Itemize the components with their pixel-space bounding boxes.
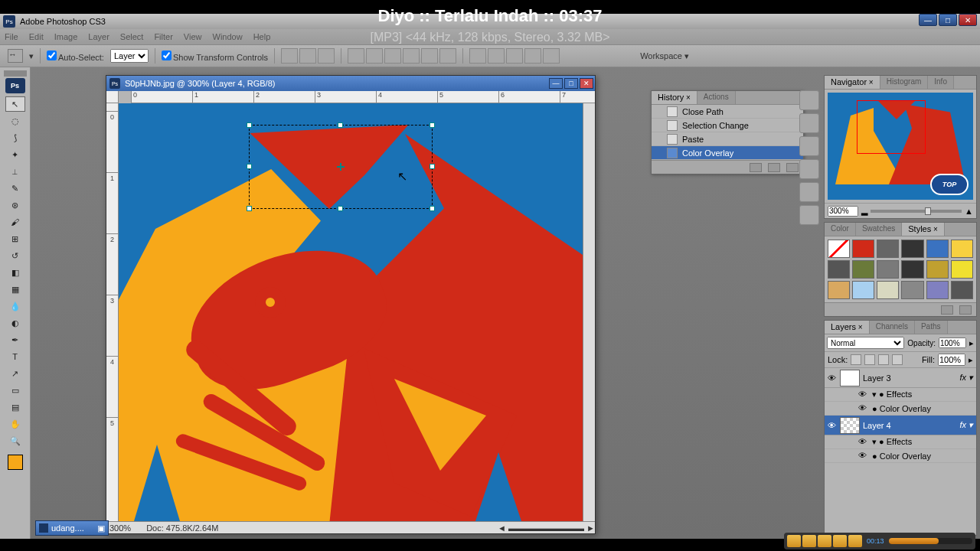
menu-layer[interactable]: Layer	[88, 32, 109, 41]
tab-navigator[interactable]: Navigator ×	[825, 76, 880, 89]
menu-select[interactable]: Select	[120, 32, 144, 41]
tab-styles[interactable]: Styles ×	[902, 223, 945, 236]
zoom-slider[interactable]	[871, 210, 962, 213]
dodge-tool[interactable]: ◐	[5, 315, 25, 331]
canvas[interactable]: ↖	[119, 103, 583, 521]
foreground-color[interactable]	[8, 455, 23, 470]
navigator-thumbnail[interactable]: TOP	[828, 93, 973, 200]
style-swatch[interactable]	[951, 240, 973, 258]
style-swatch[interactable]	[926, 240, 949, 258]
lasso-tool[interactable]: ⟆	[5, 130, 25, 145]
layer-effect-row[interactable]: 👁▾ ● Effects	[825, 388, 976, 402]
style-swatch[interactable]	[877, 260, 899, 279]
style-swatch[interactable]	[828, 281, 850, 299]
tab-paths[interactable]: Paths	[915, 321, 948, 334]
stamp-tool[interactable]: ⊞	[5, 231, 25, 246]
lock-transparency-icon[interactable]	[851, 354, 861, 365]
fill-input[interactable]	[938, 354, 965, 366]
layer-effect-row[interactable]: 👁● Color Overlay	[825, 402, 976, 416]
tab-actions[interactable]: Actions	[697, 91, 736, 104]
history-item[interactable]: Selection Change	[652, 119, 803, 132]
brush-tool[interactable]: 🖌	[5, 214, 25, 230]
minimize-button[interactable]: —	[919, 14, 937, 26]
style-swatch[interactable]	[951, 260, 973, 279]
eyedropper-tool[interactable]: ✎	[5, 181, 25, 196]
menu-edit[interactable]: Edit	[29, 32, 44, 41]
notes-tool[interactable]: ▤	[5, 399, 25, 415]
layer-row[interactable]: 👁Layer 4fx ▾	[825, 416, 976, 435]
shape-tool[interactable]: ▭	[5, 383, 25, 398]
zoom-out-icon[interactable]: ▂	[861, 206, 867, 216]
auto-select-checkbox[interactable]: Auto-Select:	[47, 51, 104, 62]
style-swatch[interactable]	[901, 240, 923, 258]
style-swatch[interactable]	[951, 281, 973, 299]
history-brush-tool[interactable]: ↺	[5, 248, 25, 263]
marquee-tool[interactable]: ◌	[5, 113, 25, 129]
collapsed-panel-strip[interactable]	[799, 90, 819, 225]
style-swatch[interactable]	[901, 260, 923, 279]
style-swatch[interactable]	[828, 260, 850, 279]
move-tool-icon[interactable]: ↔	[8, 49, 23, 63]
layer-effect-row[interactable]: 👁● Color Overlay	[825, 449, 976, 463]
style-swatch[interactable]	[852, 260, 874, 279]
menu-view[interactable]: View	[184, 32, 202, 41]
media-prev-button[interactable]	[787, 535, 801, 547]
ruler-horizontal[interactable]: 01234567891011	[131, 91, 595, 103]
transform-bounding-box[interactable]	[249, 125, 433, 209]
panel-icon[interactable]	[799, 90, 819, 110]
styles-grid[interactable]	[825, 236, 976, 302]
workspace-dropdown[interactable]: Workspace ▾	[640, 51, 689, 61]
toolbox-handle[interactable]	[4, 70, 27, 77]
panel-icon[interactable]	[799, 182, 819, 202]
tab-history[interactable]: History ×	[652, 91, 697, 104]
navigator-view-rect[interactable]	[857, 100, 926, 154]
tab-info[interactable]: Info	[928, 76, 954, 89]
media-pause-button[interactable]	[818, 535, 831, 547]
layer-row[interactable]: 👁Layer 3fx ▾	[825, 368, 976, 388]
doc-close-button[interactable]: ✕	[580, 78, 593, 89]
opacity-input[interactable]	[939, 337, 966, 348]
close-button[interactable]: ✕	[959, 14, 977, 26]
maximize-button[interactable]: □	[939, 14, 957, 26]
style-swatch[interactable]	[926, 281, 949, 299]
history-item[interactable]: Paste	[652, 132, 803, 146]
auto-select-dropdown[interactable]: Layer	[110, 49, 149, 63]
path-tool[interactable]: ↗	[5, 366, 25, 381]
ruler-vertical[interactable]: 012345	[106, 103, 119, 521]
blend-mode-dropdown[interactable]: Normal	[827, 337, 904, 349]
lock-position-icon[interactable]	[878, 354, 889, 365]
gradient-tool[interactable]: ▦	[5, 282, 25, 297]
style-swatch[interactable]	[852, 281, 874, 299]
show-transform-checkbox[interactable]: Show Transform Controls	[162, 51, 268, 62]
eraser-tool[interactable]: ◧	[5, 265, 25, 280]
navigator-zoom-input[interactable]	[828, 206, 858, 217]
document-titlebar[interactable]: Ps S0pHJNb.jpg @ 300% (Layer 4, RGB/8) —…	[106, 76, 595, 91]
zoom-in-icon[interactable]: ▲	[965, 207, 973, 216]
lock-paint-icon[interactable]	[864, 354, 875, 365]
panel-icon[interactable]	[799, 205, 819, 225]
media-next-button[interactable]	[848, 535, 862, 547]
menu-filter[interactable]: Filter	[154, 32, 172, 41]
zoom-level[interactable]: 300%	[109, 523, 131, 533]
lock-all-icon[interactable]	[892, 354, 903, 365]
menu-window[interactable]: Window	[213, 32, 243, 41]
panel-icon[interactable]	[799, 136, 819, 156]
taskbar-document[interactable]: udang....▣	[35, 520, 109, 536]
healing-tool[interactable]: ⊛	[5, 197, 25, 213]
menu-help[interactable]: Help	[253, 32, 271, 41]
menu-file[interactable]: File	[5, 32, 18, 41]
history-item[interactable]: Close Path	[652, 105, 803, 119]
style-swatch[interactable]	[926, 260, 949, 279]
style-swatch[interactable]	[877, 281, 899, 299]
panel-icon[interactable]	[799, 159, 819, 179]
style-swatch[interactable]	[828, 240, 850, 258]
move-tool[interactable]: ↖	[5, 96, 25, 112]
tab-swatches[interactable]: Swatches	[856, 223, 902, 236]
tab-color[interactable]: Color	[825, 223, 856, 236]
zoom-tool[interactable]: 🔍	[5, 433, 25, 448]
style-swatch[interactable]	[901, 281, 923, 299]
doc-minimize-button[interactable]: —	[549, 78, 563, 89]
style-swatch[interactable]	[852, 240, 874, 258]
arrange-buttons[interactable]	[469, 48, 560, 64]
tab-layers[interactable]: Layers ×	[825, 321, 870, 334]
